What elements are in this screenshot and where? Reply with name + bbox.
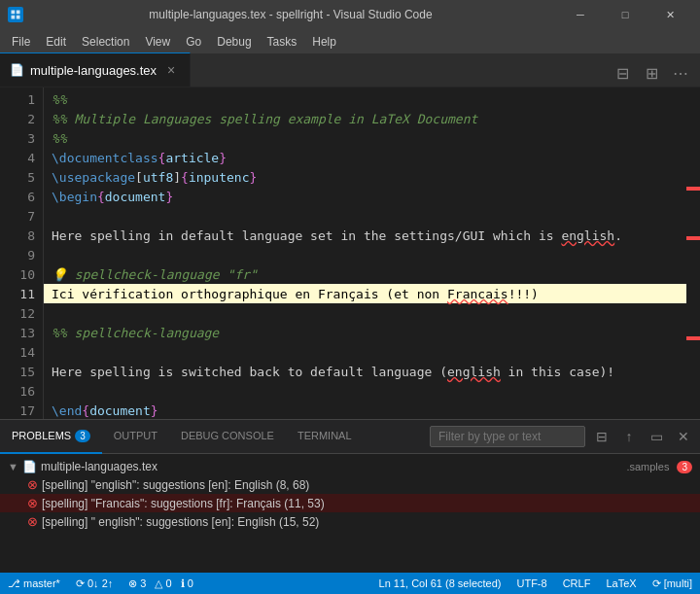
line-num-15: 15 <box>0 362 43 381</box>
collapse-all-button[interactable]: ⊟ <box>589 424 614 449</box>
scrollbar-error-mark-1 <box>686 187 700 191</box>
panel-filter[interactable] <box>430 426 585 447</box>
problem-text-3: [spelling] " english": suggestions [en]:… <box>42 515 692 529</box>
code-line-3: %% <box>44 128 700 148</box>
tree-filename: multiple-languages.tex <box>41 460 623 473</box>
code-line-16 <box>44 381 700 401</box>
error-icon-2: ⊗ <box>27 496 38 510</box>
language-label: LaTeX <box>606 577 636 589</box>
status-sync[interactable]: ⟳ 0↓ 2↑ <box>68 573 121 594</box>
code-line-10: 💡 spellcheck-language "fr" <box>44 264 700 284</box>
code-line-17: \end{document} <box>44 401 700 419</box>
tree-badge: 3 <box>677 461 692 473</box>
code-line-4: \documentclass{article} <box>44 148 700 167</box>
minimize-button[interactable]: ─ <box>558 0 603 29</box>
error-icon-3: ⊗ <box>27 514 38 529</box>
editor-tab[interactable]: 📄 multiple-languages.tex × <box>0 52 191 87</box>
status-position[interactable]: Ln 11, Col 61 (8 selected) <box>371 573 509 594</box>
problem-item-2[interactable]: ⊗ [spelling] "Francais": suggestions [fr… <box>0 494 700 512</box>
maximize-button[interactable]: □ <box>603 0 648 29</box>
statusbar: ⎇ master* ⟳ 0↓ 2↑ ⊗ 3 △ 0 ℹ 0 Ln 11, Col… <box>0 573 700 594</box>
git-branch-icon: ⎇ <box>8 577 20 590</box>
panel-tab-terminal[interactable]: TERMINAL <box>286 420 364 454</box>
menubar: File Edit Selection View Go Debug Tasks … <box>0 29 700 53</box>
sync-label: ⟳ 0↓ 2↑ <box>76 577 113 590</box>
panel-content[interactable]: ▼ 📄 multiple-languages.tex .samples 3 ⊗ … <box>0 454 700 573</box>
close-panel-button[interactable]: ✕ <box>671 424 696 449</box>
problem-item-1[interactable]: ⊗ [spelling] "english": suggestions [en]… <box>0 475 700 494</box>
scrollbar-error-mark-2 <box>686 236 700 240</box>
filter-input[interactable] <box>430 426 585 447</box>
code-line-13: %% spellcheck-language <box>44 323 700 342</box>
line-num-17: 17 <box>0 401 43 419</box>
problem-item-3[interactable]: ⊗ [spelling] " english": suggestions [en… <box>0 512 700 531</box>
tab-close-button[interactable]: × <box>162 61 180 79</box>
line-num-13: 13 <box>0 323 43 342</box>
more-actions-button[interactable]: ⋯ <box>667 59 694 87</box>
line-num-2: 2 <box>0 109 43 128</box>
status-line-ending[interactable]: CRLF <box>555 573 599 594</box>
code-line-14 <box>44 342 700 362</box>
status-language[interactable]: LaTeX <box>598 573 644 594</box>
line-num-16: 16 <box>0 381 43 401</box>
chevron-down-icon: ▼ <box>8 461 18 472</box>
menu-debug[interactable]: Debug <box>209 33 259 51</box>
panel: PROBLEMS 3 OUTPUT DEBUG CONSOLE TERMINAL… <box>0 419 700 573</box>
panel-tab-debug-console[interactable]: DEBUG CONSOLE <box>169 420 286 454</box>
line-num-11: 11 <box>0 284 43 303</box>
menu-file[interactable]: File <box>4 33 38 51</box>
menu-selection[interactable]: Selection <box>74 33 137 51</box>
position-label: Ln 11, Col 61 (8 selected) <box>379 577 502 589</box>
line-num-4: 4 <box>0 148 43 167</box>
close-button[interactable]: ✕ <box>648 0 692 29</box>
code-line-11: Ici vérification orthographique en Franç… <box>44 284 700 303</box>
tabbar: 📄 multiple-languages.tex × ⊟ ⊞ ⋯ <box>0 53 700 87</box>
line-num-5: 5 <box>0 167 43 187</box>
status-extension[interactable]: ⟳ [multi] <box>645 573 700 594</box>
status-encoding[interactable]: UTF-8 <box>508 573 554 594</box>
app-icon <box>8 7 23 22</box>
line-num-10: 10 <box>0 264 43 284</box>
panel-tabs: PROBLEMS 3 OUTPUT DEBUG CONSOLE TERMINAL… <box>0 420 700 454</box>
problem-text-1: [spelling] "english": suggestions [en]: … <box>42 478 692 492</box>
window-controls: ─ □ ✕ <box>558 0 692 29</box>
line-numbers: 1 2 3 4 5 6 7 8 9 10 11 12 13 14 15 16 1… <box>0 87 44 419</box>
panel-tab-output[interactable]: OUTPUT <box>102 420 169 454</box>
menu-go[interactable]: Go <box>178 33 209 51</box>
encoding-label: UTF-8 <box>516 577 546 589</box>
errors-label: ⊗ 3 <box>128 577 146 590</box>
menu-tasks[interactable]: Tasks <box>260 33 305 51</box>
menu-edit[interactable]: Edit <box>38 33 74 51</box>
editor-area: 1 2 3 4 5 6 7 8 9 10 11 12 13 14 15 16 1… <box>0 87 700 419</box>
branch-name: master* <box>23 577 60 589</box>
warnings-label: △ 0 <box>155 577 171 590</box>
file-icon: 📄 <box>22 460 37 473</box>
line-num-7: 7 <box>0 206 43 226</box>
info-label: ℹ 0 <box>181 577 193 590</box>
window-title: multiple-languages.tex - spellright - Vi… <box>29 8 552 21</box>
code-line-5: \usepackage[utf8]{inputenc} <box>44 167 700 187</box>
menu-view[interactable]: View <box>137 33 178 51</box>
scrollbar-error-mark-3 <box>686 336 700 340</box>
editor-scrollbar[interactable] <box>686 87 700 419</box>
code-area[interactable]: %% %% Multiple Languages spelling exampl… <box>44 87 700 419</box>
line-num-12: 12 <box>0 303 43 323</box>
split-editor-button[interactable]: ⊟ <box>609 59 636 87</box>
toggle-layout-button[interactable]: ▭ <box>644 424 669 449</box>
status-branch[interactable]: ⎇ master* <box>0 573 68 594</box>
line-num-8: 8 <box>0 226 43 245</box>
tab-filename: multiple-languages.tex <box>30 63 157 78</box>
toggle-panel-button[interactable]: ⊞ <box>638 59 665 87</box>
extension-label: ⟳ [multi] <box>652 577 692 590</box>
expand-all-button[interactable]: ↑ <box>616 424 642 449</box>
code-line-12 <box>44 303 700 323</box>
line-num-6: 6 <box>0 187 43 206</box>
tree-root-item[interactable]: ▼ 📄 multiple-languages.tex .samples 3 <box>0 458 700 475</box>
status-errors[interactable]: ⊗ 3 △ 0 ℹ 0 <box>121 573 201 594</box>
menu-help[interactable]: Help <box>304 33 344 51</box>
error-icon-1: ⊗ <box>27 477 38 492</box>
line-ending-label: CRLF <box>563 577 591 589</box>
code-line-7 <box>44 206 700 226</box>
panel-tab-problems[interactable]: PROBLEMS 3 <box>0 420 102 454</box>
code-line-9 <box>44 245 700 264</box>
